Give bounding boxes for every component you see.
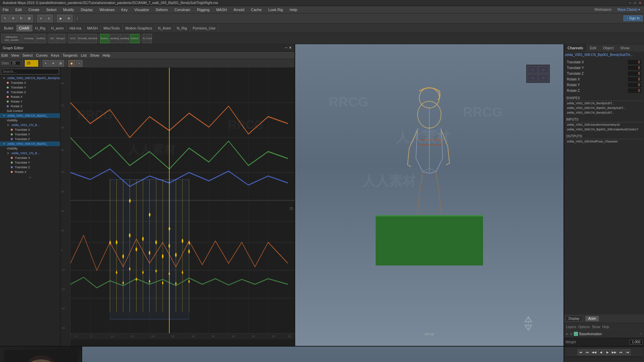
close-button[interactable]: ✕ [639,1,641,5]
toolbar-icon-move[interactable]: ✛ [9,15,17,22]
menu-rigging[interactable]: Rigging [196,7,211,12]
ol-item-translate-z-2[interactable]: Translate Z [0,137,60,141]
cb-tab-object[interactable]: Object [599,45,617,51]
anim-options-btn[interactable]: Options [578,325,590,329]
ol-item-rotate-x-2[interactable]: Rotate X [0,170,60,174]
ge-menu-tangents[interactable]: Tangents [63,53,78,57]
cb-tab-edit[interactable]: Edit [586,45,599,51]
shelf-icon-select2[interactable]: Select. [130,34,140,43]
shelf-icon-asdfwq2[interactable]: asdfwq [120,34,129,43]
cb-shape-1[interactable]: zelda_V001_008:CN_BendySubT... [566,101,643,106]
menu-display[interactable]: Display [79,7,94,12]
cb-display-tab[interactable]: Display [566,316,583,321]
cb-channel-value[interactable]: 0 [628,77,641,81]
cb-channel-value[interactable]: 0 [628,66,641,70]
anim-layers-btn[interactable]: Layers [566,325,576,329]
menu-constrain[interactable]: Constrain [173,7,192,12]
menu-mash[interactable]: MASH [215,7,228,12]
shelf-icon-ge[interactable]: GE [49,34,55,43]
menu-help[interactable]: Help [288,7,299,12]
cb-row-translate-y[interactable]: Translate Y 0 [566,65,643,71]
shelf-icon-asdfwq[interactable]: asdfwq [110,34,119,43]
pb-play-btn[interactable]: ▶ [604,349,610,355]
ol-item-subcontrol[interactable]: Sub Control [0,109,60,113]
menu-modify[interactable]: Modify [62,7,75,12]
ge-menu-select[interactable]: Select [22,53,33,57]
menu-key[interactable]: Key [120,7,129,12]
ol-item-translate-y[interactable]: Translate Y [0,85,60,90]
ol-item-translate-z[interactable]: Translate Z [0,90,60,95]
menu-select[interactable]: Select [45,7,58,12]
ge-menu-view[interactable]: View [11,53,19,57]
shelf-tab-hanim[interactable]: H_anim [48,25,67,32]
shelf-tab-pymions[interactable]: Pymions_Use [190,25,219,32]
toolbar-icon-rotate[interactable]: ↻ [17,15,25,22]
shelf-icon-nurbs[interactable]: NuRbs [36,34,46,43]
ge-tool-scale[interactable]: ⊞ [57,60,64,67]
ol-item-visibility-2[interactable]: Visibility [0,146,60,151]
toolbar-icon-scale[interactable]: ⊞ [25,15,33,22]
snap-point-icon[interactable]: ⊙ [45,15,53,22]
ol-item-zelda-cn-b[interactable]: ▼ zelda_V001_CN_B... [0,123,60,127]
ge-graph-area[interactable]: 80 70 60 50 40 30 20 10 0 -10 -20 -30 -4… [60,68,294,346]
cb-channel-value[interactable]: 0 [628,88,641,93]
ol-item-translate-x[interactable]: Translate X [0,80,60,85]
ol-item-zelda-cn-b2[interactable]: ▼ zelda_V001_CN_B... [0,151,60,156]
ge-close-btn[interactable]: ✕ [289,46,292,50]
cb-row-rotate-x[interactable]: Rotate X 0 [566,76,643,82]
ol-item-zelda-bip001-1[interactable]: ▼ zelda_V001_008:CN_Bip001_ [0,113,60,118]
shelf-tab-misc[interactable]: MiscTools [101,25,122,32]
menu-create[interactable]: Create [27,7,41,12]
ge-search-input[interactable] [1,69,59,74]
cb-output-1[interactable]: zelda_V001_008:bindPose_Character [566,139,643,144]
ol-item-translate-y-2[interactable]: Translate Y [0,132,60,137]
ge-key-btn[interactable]: ◆ [68,60,75,67]
shelf-icon-txsc[interactable]: txSC [68,34,78,43]
sign-in-button[interactable]: ↑ Sign In [624,15,643,21]
shelf-tab-nanim[interactable]: N_Anim [155,25,174,32]
pb-go-end-btn[interactable]: ⏮ [625,349,631,355]
menu-deform[interactable]: Deform [154,7,169,12]
maximize-button[interactable]: □ [634,1,636,5]
toolbar-icon-select[interactable]: ↖ [1,15,9,22]
minimize-button[interactable]: ─ [629,1,631,5]
ge-minimize-btn[interactable]: ─ [285,46,287,50]
render-icon[interactable]: ▶ [57,15,64,22]
cb-row-rotate-y[interactable]: Rotate Y 0 [566,82,643,88]
ol-item-translate-x-2[interactable]: Translate X [0,127,60,132]
pb-fwd-btn[interactable]: ▶▶ [611,349,617,355]
ge-stats-value[interactable]: 25 [10,61,20,65]
shelf-tab-hrig[interactable]: H_Rig [33,25,49,32]
ge-tangent-btn[interactable]: ~ [76,60,83,67]
pb-back-btn[interactable]: ◀ [598,349,604,355]
base-animation-layer[interactable]: ▶ ◉ BaseAnimation ✕ [566,331,643,337]
pb-prev-key-btn[interactable]: ⏭ [584,349,590,355]
ge-menu-keys[interactable]: Keys [51,53,59,57]
shelf-tab-hidma[interactable]: Hid-ma [67,25,84,32]
menu-windows[interactable]: Windows [98,7,116,12]
layer-add-btn[interactable]: ✕ [639,332,642,336]
menu-lookriq[interactable]: Look Rig [267,7,284,12]
ol-item-rotate-z[interactable]: Rotate Z [0,104,60,109]
shelf-icon-select[interactable]: Select. [100,34,109,43]
ge-menu-edit[interactable]: Edit [1,53,8,57]
cb-channel-value[interactable]: 0 [628,83,641,87]
snap-grid-icon[interactable]: # [37,15,45,22]
weight-value[interactable]: 1.000 [630,340,643,345]
menu-file[interactable]: File [1,7,10,12]
ol-item-zelda-main[interactable]: ▼ zelda_V001_008:CN_Bip001_BendySub... [0,76,60,80]
cb-row-rotate-z[interactable]: Rotate Z 0 [566,88,643,94]
ol-item-zelda-bip001-2[interactable]: ▼ zelda_V001_008:CN_Bip001_ [0,141,60,146]
cb-row-translate-x[interactable]: Translate X 0 [566,59,643,65]
ge-menu-show[interactable]: Show [90,53,99,57]
ge-menu-help[interactable]: Help [103,53,110,57]
shelf-icon-worldb[interactable]: WorldB_WesAni [78,34,97,43]
pb-prev-frame-btn[interactable]: ◀◀ [591,349,597,355]
cb-channel-value[interactable]: 0 [628,60,641,64]
cb-channel-value[interactable]: 0 [628,71,641,76]
cb-row-translate-z[interactable]: Translate Z 0 [566,71,643,76]
cb-anim-tab[interactable]: Anim [585,316,599,321]
ol-item-translate-x-3[interactable]: Translate X [0,156,60,160]
shelf-tab-bullet[interactable]: Bullet [1,25,16,32]
viewport-panel[interactable]: □ □ □ □ RRCG 人人素材 RRC [295,44,564,346]
